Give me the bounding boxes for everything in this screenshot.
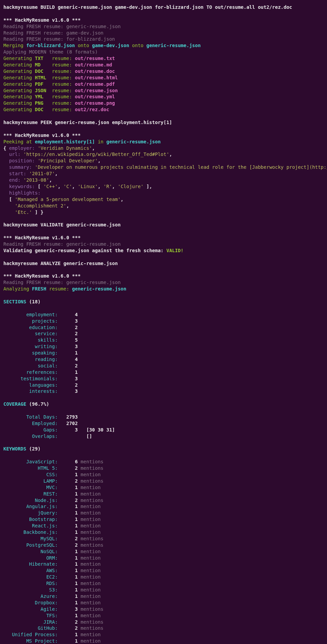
terminal-output: hackmyresume BUILD generic-resume.json g… <box>0 0 327 644</box>
